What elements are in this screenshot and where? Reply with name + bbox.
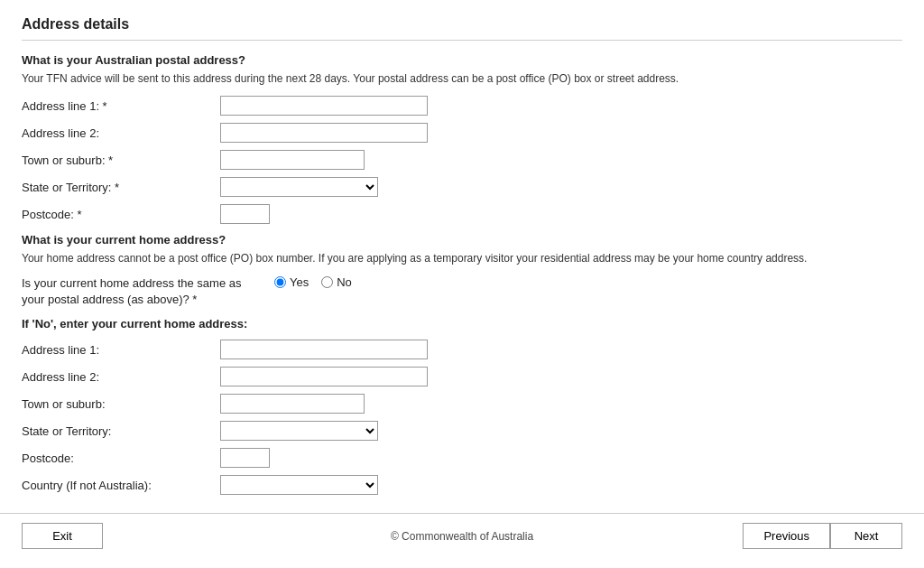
if-no-label: If 'No', enter your current home address… <box>22 317 902 331</box>
home-postcode-row: Postcode: <box>22 448 902 468</box>
postal-postcode-row: Postcode: * <box>22 204 902 224</box>
exit-button[interactable]: Exit <box>22 523 103 549</box>
postal-town-suburb-label: Town or suburb: * <box>22 154 220 167</box>
postal-state-territory-row: State or Territory: * ACT NSW NT QLD SA … <box>22 177 902 197</box>
radio-yes-input[interactable] <box>274 276 286 288</box>
radio-no-label[interactable]: No <box>321 275 352 289</box>
home-country-row: Country (If not Australia): Afghanistan … <box>22 475 902 495</box>
home-address-section: What is your current home address? Your … <box>22 233 902 495</box>
home-address-line1-label: Address line 1: <box>22 343 220 357</box>
next-button[interactable]: Next <box>830 523 902 549</box>
home-description: Your home address cannot be a post offic… <box>22 252 902 265</box>
postal-address-line2-row: Address line 2: <box>22 123 902 143</box>
home-address-line1-row: Address line 1: <box>22 340 902 359</box>
home-country-select[interactable]: Afghanistan Albania Algeria Australia Ot… <box>220 475 378 495</box>
home-postcode-label: Postcode: <box>22 452 220 465</box>
postal-heading: What is your Australian postal address? <box>22 53 902 67</box>
postal-address-line1-input[interactable] <box>220 96 428 116</box>
same-address-radio-group: Yes No <box>274 275 352 289</box>
radio-no-text: No <box>337 275 352 289</box>
home-heading: What is your current home address? <box>22 233 902 247</box>
home-town-suburb-row: Town or suburb: <box>22 394 902 414</box>
footer: Exit © Commonwealth of Australia Previou… <box>0 513 924 558</box>
radio-yes-label[interactable]: Yes <box>274 275 309 289</box>
home-town-suburb-label: Town or suburb: <box>22 397 220 411</box>
home-town-suburb-input[interactable] <box>220 394 365 414</box>
home-postcode-input[interactable] <box>220 448 270 468</box>
home-state-territory-label: State or Territory: <box>22 424 220 438</box>
postal-postcode-label: Postcode: * <box>22 208 220 221</box>
previous-button[interactable]: Previous <box>743 523 830 549</box>
postal-address-line2-input[interactable] <box>220 123 428 143</box>
postal-address-line1-label: Address line 1: * <box>22 99 220 113</box>
radio-yes-text: Yes <box>290 275 309 289</box>
postal-address-line2-label: Address line 2: <box>22 126 220 140</box>
home-address-line2-label: Address line 2: <box>22 370 220 384</box>
postal-state-territory-select[interactable]: ACT NSW NT QLD SA TAS VIC WA <box>220 177 378 197</box>
home-address-line1-input[interactable] <box>220 340 428 359</box>
same-address-row: Is your current home address the same as… <box>22 275 902 308</box>
postal-address-line1-row: Address line 1: * <box>22 96 902 116</box>
radio-no-input[interactable] <box>321 276 333 288</box>
postal-description: Your TFN advice will be sent to this add… <box>22 72 902 85</box>
postal-town-suburb-input[interactable] <box>220 150 365 170</box>
postal-town-suburb-row: Town or suburb: * <box>22 150 902 170</box>
home-address-line2-input[interactable] <box>220 367 428 386</box>
home-address-line2-row: Address line 2: <box>22 367 902 386</box>
copyright: © Commonwealth of Australia <box>391 530 533 543</box>
home-state-territory-select[interactable]: ACT NSW NT QLD SA TAS VIC WA <box>220 421 378 441</box>
page-title: Address details <box>22 16 902 33</box>
same-address-label: Is your current home address the same as… <box>22 275 274 308</box>
postal-postcode-input[interactable] <box>220 204 270 224</box>
home-country-label: Country (If not Australia): <box>22 479 220 492</box>
postal-address-section: What is your Australian postal address? … <box>22 53 902 224</box>
nav-buttons: Previous Next <box>743 523 902 549</box>
home-state-territory-row: State or Territory: ACT NSW NT QLD SA TA… <box>22 421 902 441</box>
postal-state-territory-label: State or Territory: * <box>22 181 220 194</box>
